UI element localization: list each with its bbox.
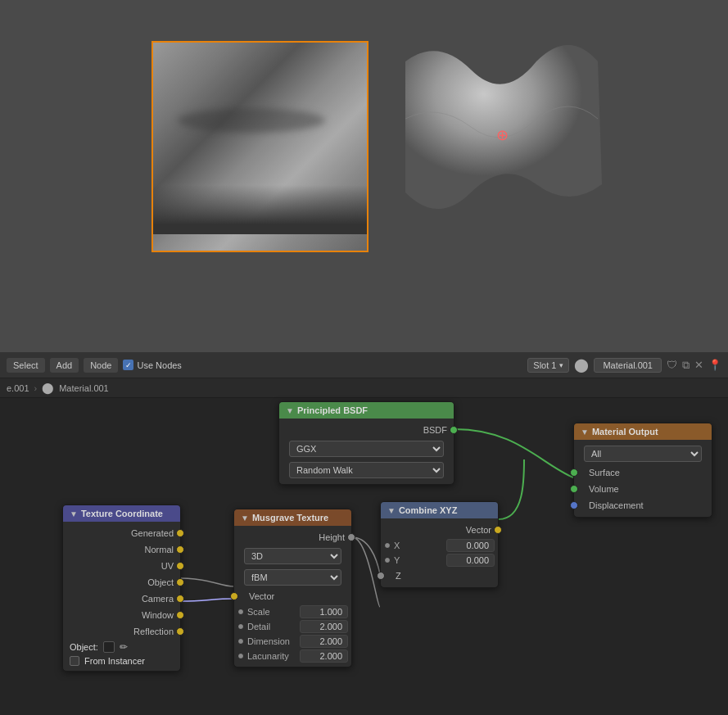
generated-output-socket[interactable]: [176, 529, 184, 537]
eyedropper-icon[interactable]: ✏: [120, 641, 128, 653]
detail-socket[interactable]: [237, 623, 244, 630]
copy-icon: ⧉: [682, 359, 690, 372]
add-button[interactable]: Add: [50, 358, 79, 373]
height-output-row: Height: [234, 529, 351, 545]
displacement-label: Displacement: [581, 500, 705, 510]
type-3d-row: 3D: [234, 545, 351, 567]
detail-label: Detail: [247, 622, 296, 631]
vector-output-row: Vector: [381, 522, 498, 538]
sphere-icon: ⬤: [574, 357, 589, 373]
type-fbm-row: fBM: [234, 567, 351, 588]
object-output-socket[interactable]: [176, 578, 184, 586]
subsurface-dropdown[interactable]: Random Walk: [289, 462, 444, 478]
material-breadcrumb-label: Material.001: [59, 383, 109, 393]
camera-output-socket[interactable]: [176, 595, 184, 603]
material-name-label: Material.001: [603, 360, 653, 370]
detail-value[interactable]: 2.000: [300, 620, 348, 633]
surface-input-socket[interactable]: [570, 468, 578, 477]
checkbox-icon: ✓: [123, 360, 133, 370]
scale-value[interactable]: 1.000: [300, 605, 348, 618]
object-field-label: Object:: [70, 642, 98, 652]
output-type-dropdown[interactable]: All: [584, 446, 702, 462]
scale-socket[interactable]: [237, 609, 244, 615]
displacement-input-socket[interactable]: [570, 501, 578, 509]
detail-row: Detail 2.000: [234, 619, 351, 634]
crosshair-icon: ⊕: [494, 127, 510, 143]
displacement-row: Displacement: [574, 497, 712, 514]
collapse-icon-2[interactable]: ▼: [581, 428, 589, 437]
check-icon: ✓: [125, 361, 132, 369]
bsdf-output-label: BSDF: [286, 425, 447, 435]
distribution-row: GGX: [279, 438, 454, 459]
vector-input-socket[interactable]: [230, 592, 238, 600]
volume-input-socket[interactable]: [570, 485, 578, 493]
pin-icon[interactable]: 📍: [708, 359, 721, 371]
texture-coord-body: Generated Normal UV Object Camera: [63, 522, 180, 671]
material-output-node[interactable]: ▼ Material Output All Surface Volume: [573, 423, 712, 518]
use-nodes-toggle[interactable]: ✓ Use Nodes: [123, 360, 181, 370]
from-instancer-label: From Instancer: [84, 656, 145, 666]
lacunarity-label: Lacunarity: [247, 651, 296, 661]
volume-row: Volume: [574, 481, 712, 497]
uv-output-socket[interactable]: [176, 562, 184, 570]
dimension-value[interactable]: 2.000: [300, 635, 348, 648]
musgrave-header: ▼ Musgrave Texture: [234, 509, 351, 526]
distribution-dropdown[interactable]: GGX: [289, 441, 444, 457]
type-fbm-dropdown[interactable]: fBM: [244, 569, 341, 586]
musgrave-title: Musgrave Texture: [252, 513, 328, 523]
z-row: Z: [381, 568, 498, 584]
collapse-icon-3[interactable]: ▼: [70, 509, 78, 518]
camera-row: Camera: [63, 591, 180, 607]
scale-label: Scale: [247, 607, 296, 617]
dimension-socket[interactable]: [237, 638, 244, 645]
surface-label: Surface: [581, 468, 705, 477]
dimension-label: Dimension: [247, 636, 296, 646]
node-canvas[interactable]: ▼ Principled BSDF BSDF GGX Random Walk: [0, 398, 728, 715]
x-socket[interactable]: [384, 542, 391, 549]
node-editor[interactable]: Select Add Node ✓ Use Nodes Slot 1 ▾ ⬤ M…: [0, 352, 728, 715]
type-3d-dropdown[interactable]: 3D: [244, 548, 341, 564]
collapse-icon-5[interactable]: ▼: [387, 506, 396, 515]
height-output-socket[interactable]: [347, 533, 355, 541]
material-breadcrumb-icon: ⬤: [42, 382, 54, 394]
breadcrumb: e.001 › ⬤ Material.001: [0, 378, 728, 398]
combine-xyz-node[interactable]: ▼ Combine XYZ Vector X 0.000 Y 0.000: [380, 501, 499, 588]
principled-bsdf-node[interactable]: ▼ Principled BSDF BSDF GGX Random Walk: [278, 401, 454, 485]
collapse-icon[interactable]: ▼: [286, 406, 294, 415]
vector-output-socket[interactable]: [494, 526, 502, 534]
y-value[interactable]: 0.000: [446, 554, 495, 567]
normal-label: Normal: [70, 545, 174, 554]
lacunarity-value[interactable]: 2.000: [300, 649, 348, 663]
collapse-icon-4[interactable]: ▼: [241, 514, 249, 523]
window-label: Window: [70, 610, 174, 620]
select-button[interactable]: Select: [7, 358, 45, 373]
musgrave-texture-node[interactable]: ▼ Musgrave Texture Height 3D fBM: [233, 509, 352, 667]
x-row: X 0.000: [381, 538, 498, 553]
lacunarity-socket[interactable]: [237, 653, 244, 659]
material-name-button[interactable]: Material.001: [594, 358, 662, 373]
x-label: X: [394, 541, 443, 550]
from-instancer-checkbox[interactable]: [70, 656, 79, 666]
principled-bsdf-body: BSDF GGX Random Walk: [279, 419, 454, 484]
reflection-output-socket[interactable]: [176, 627, 184, 636]
normal-output-socket[interactable]: [176, 545, 184, 554]
y-socket[interactable]: [384, 557, 391, 563]
generated-row: Generated: [63, 525, 180, 541]
texture-coord-title: Texture Coordinate: [81, 509, 163, 518]
principled-bsdf-header: ▼ Principled BSDF: [279, 402, 454, 419]
breadcrumb-separator: ›: [34, 383, 38, 393]
z-socket[interactable]: [377, 572, 385, 580]
material-output-body: All Surface Volume Displacement: [574, 440, 712, 517]
window-output-socket[interactable]: [176, 611, 184, 619]
bsdf-output-socket[interactable]: [450, 426, 458, 434]
texture-coordinate-node[interactable]: ▼ Texture Coordinate Generated Normal UV…: [62, 505, 181, 672]
viewport-3d[interactable]: ⊕: [0, 0, 728, 352]
node-button[interactable]: Node: [84, 358, 118, 373]
slot-dropdown[interactable]: Slot 1 ▾: [527, 358, 569, 373]
vector-output-label: Vector: [387, 525, 491, 535]
shield-icon: 🛡: [667, 359, 677, 371]
object-color-swatch[interactable]: [103, 641, 115, 653]
x-value[interactable]: 0.000: [446, 539, 495, 552]
output-type-row: All: [574, 443, 712, 464]
lacunarity-row: Lacunarity 2.000: [234, 649, 351, 663]
